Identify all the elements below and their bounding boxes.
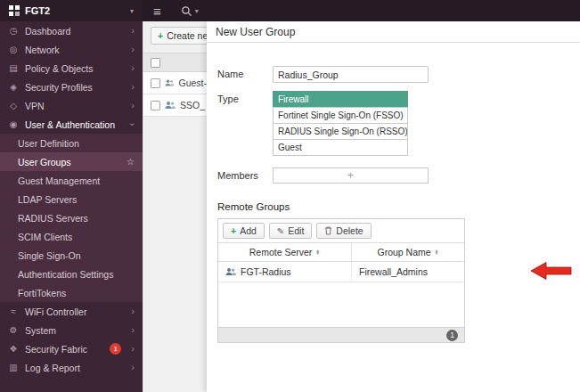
annotation-arrow	[530, 260, 573, 282]
chevron-down-icon: ›	[128, 123, 138, 127]
user-group-icon	[165, 78, 174, 87]
sidebar-item-ldap-servers[interactable]: LDAP Servers	[0, 190, 143, 208]
chevron-right-icon: ›	[131, 45, 135, 54]
remote-server-cell: FGT-Radius	[218, 262, 352, 282]
list-header	[143, 53, 214, 72]
column-header-group-name[interactable]: Group Name▲▼	[352, 243, 464, 261]
panel-body: Name Type Firewall Fortinet Single Sign-…	[207, 43, 580, 343]
chevron-down-icon: ▾	[195, 7, 199, 15]
device-name: FGT2	[25, 5, 50, 16]
column-header-remote-server[interactable]: Remote Server▲▼	[218, 243, 352, 261]
chevron-right-icon: ›	[131, 325, 135, 335]
sidebar-item-log-report[interactable]: ▥Log & Report›	[0, 358, 143, 377]
members-row: Members +	[217, 167, 569, 184]
sidebar-item-network[interactable]: ◎Network›	[0, 40, 143, 59]
gear-icon: ⚙	[8, 325, 19, 335]
sidebar-item-dashboard[interactable]: ◷Dashboard›	[0, 21, 143, 40]
sidebar-item-user-groups[interactable]: User Groups☆	[0, 152, 143, 171]
plus-icon: +	[231, 225, 236, 236]
sidebar-item-authentication-settings[interactable]: Authentication Settings	[0, 265, 143, 283]
sso-group-icon	[165, 101, 176, 110]
type-option-guest[interactable]: Guest	[273, 139, 408, 156]
row-checkbox[interactable]	[151, 101, 160, 110]
row-checkbox[interactable]	[151, 78, 160, 88]
type-row: Type Firewall Fortinet Single Sign-On (F…	[217, 91, 569, 156]
list-item[interactable]: Guest-	[143, 72, 214, 94]
chevron-right-icon: ›	[131, 344, 135, 354]
security-profiles-icon: ◈	[8, 82, 19, 92]
chevron-right-icon: ›	[131, 363, 135, 372]
add-button[interactable]: +Add	[223, 223, 265, 239]
type-label: Type	[217, 91, 273, 156]
sidebar-item-scim-clients[interactable]: SCIM Clients	[0, 227, 143, 246]
sidebar-nav: ◷Dashboard› ◎Network› ▤Policy & Objects›…	[0, 21, 143, 392]
delete-button[interactable]: Delete	[316, 223, 371, 239]
sidebar-item-security-profiles[interactable]: ◈Security Profiles›	[0, 78, 143, 96]
log-report-icon: ▥	[8, 363, 19, 372]
device-selector[interactable]: FGT2 ▾	[0, 0, 143, 21]
remote-user-icon	[225, 267, 236, 276]
trash-icon	[324, 226, 332, 235]
type-option-rsso[interactable]: RADIUS Single Sign-On (RSSO)	[273, 123, 408, 140]
sidebar-item-radius-servers[interactable]: RADIUS Servers	[0, 208, 143, 227]
edit-button[interactable]: ✎Edit	[269, 223, 312, 239]
remote-groups-table-header: Remote Server▲▼ Group Name▲▼	[218, 242, 464, 262]
chevron-right-icon: ›	[131, 101, 135, 110]
search-icon	[181, 5, 192, 17]
fortinet-logo-icon	[9, 5, 20, 16]
topbar: FGT2 ▾ ≡ ▾	[0, 0, 580, 21]
favorite-star-icon[interactable]: ☆	[127, 157, 135, 167]
name-row: Name	[217, 66, 569, 83]
policy-icon: ▤	[8, 63, 19, 73]
page-number-badge[interactable]: 1	[446, 330, 458, 341]
sort-icon: ▲▼	[435, 249, 439, 255]
table-row[interactable]: FGT-Radius Firewall_Admins	[218, 262, 464, 282]
sidebar-item-guest-management[interactable]: Guest Management	[0, 171, 143, 190]
sidebar-item-fortitokens[interactable]: FortiTokens	[0, 283, 143, 302]
sidebar-item-system[interactable]: ⚙System›	[0, 321, 143, 339]
security-fabric-icon: ❖	[8, 344, 19, 354]
chevron-right-icon: ›	[131, 82, 135, 92]
user-icon: ◉	[8, 119, 19, 129]
user-groups-list-background: +Create new Guest- SSO_	[143, 21, 214, 392]
type-listbox: Firewall Fortinet Single Sign-On (FSSO) …	[273, 91, 408, 156]
chevron-right-icon: ›	[131, 63, 135, 73]
type-option-fsso[interactable]: Fortinet Single Sign-On (FSSO)	[273, 107, 408, 124]
vpn-icon: ◇	[8, 101, 19, 110]
members-field[interactable]: +	[273, 167, 429, 184]
notification-badge: 1	[110, 343, 121, 355]
list-item[interactable]: SSO_	[143, 94, 214, 117]
sidebar-item-single-sign-on[interactable]: Single Sign-On	[0, 246, 143, 265]
create-new-button[interactable]: +Create new	[151, 27, 214, 45]
sidebar-item-policy-objects[interactable]: ▤Policy & Objects›	[0, 59, 143, 78]
search-button[interactable]: ▾	[181, 5, 199, 17]
chevron-right-icon: ›	[131, 26, 135, 36]
fortigate-screen: FGT2 ▾ ≡ ▾ ◷Dashboard› ◎Network› ▤Policy…	[0, 0, 580, 392]
add-member-button[interactable]: +	[347, 170, 354, 181]
menu-toggle-icon[interactable]: ≡	[153, 4, 161, 19]
name-input[interactable]	[273, 66, 429, 83]
network-icon: ◎	[8, 45, 19, 54]
remote-groups-toolbar: +Add ✎Edit Delete	[218, 219, 464, 242]
sidebar-item-user-authentication[interactable]: ◉User & Authentication›	[0, 115, 143, 134]
chevron-down-icon: ▾	[130, 7, 134, 15]
sidebar-item-user-definition[interactable]: User Definition	[0, 134, 143, 152]
table-footer: 1	[218, 327, 464, 342]
sidebar-item-wifi-controller[interactable]: ≈WiFi Controller›	[0, 302, 143, 321]
name-label: Name	[217, 66, 273, 83]
members-label: Members	[217, 167, 273, 184]
plus-icon: +	[158, 30, 163, 41]
remote-groups-box: +Add ✎Edit Delete Remote Server▲▼ Group …	[217, 218, 465, 343]
new-user-group-panel: New User Group Name Type Firewall Fortin…	[207, 21, 580, 392]
sidebar-item-security-fabric[interactable]: ❖Security Fabric1›	[0, 339, 143, 358]
panel-title: New User Group	[207, 21, 580, 43]
chevron-right-icon: ›	[131, 306, 135, 316]
select-all-checkbox[interactable]	[151, 58, 160, 68]
sidebar-item-vpn[interactable]: ◇VPN›	[0, 96, 143, 115]
sort-icon: ▲▼	[315, 249, 320, 255]
edit-pencil-icon: ✎	[277, 226, 284, 236]
type-option-firewall[interactable]: Firewall	[273, 91, 408, 108]
group-name-cell: Firewall_Admins	[352, 262, 464, 282]
wifi-icon: ≈	[8, 306, 19, 316]
remote-groups-title: Remote Groups	[217, 201, 569, 212]
